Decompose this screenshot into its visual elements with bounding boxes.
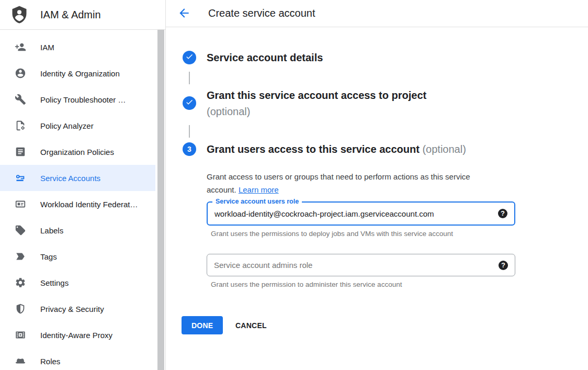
users-role-label: Service account users role bbox=[212, 198, 302, 205]
step-3-description: Grant access to users or groups that nee… bbox=[207, 170, 500, 196]
step-3-optional: (optional) bbox=[422, 143, 466, 155]
admins-role-input[interactable] bbox=[207, 254, 515, 276]
back-arrow-icon bbox=[177, 6, 191, 21]
sidebar-item-workload-identity-federat[interactable]: Workload Identity Federat… bbox=[0, 191, 155, 217]
label-important-icon bbox=[15, 251, 26, 262]
step-1-indicator bbox=[183, 51, 196, 64]
sidebar: IAM & Admin IAM Identity & Organization … bbox=[0, 0, 166, 370]
step-connector bbox=[189, 125, 190, 138]
topbar: Create service account bbox=[166, 0, 588, 27]
sidebar-item-policy-troubleshooter[interactable]: Policy Troubleshooter … bbox=[0, 86, 155, 113]
help-icon[interactable]: ? bbox=[499, 261, 508, 270]
shield-half-icon bbox=[15, 303, 26, 315]
step-2-optional: (optional) bbox=[207, 104, 426, 120]
gear-icon bbox=[15, 277, 26, 288]
done-button[interactable]: DONE bbox=[182, 316, 223, 334]
sidebar-item-labels[interactable]: Labels bbox=[0, 217, 155, 243]
account-circle-icon bbox=[15, 68, 26, 79]
sidebar-nav: IAM Identity & Organization Policy Troub… bbox=[0, 30, 155, 370]
wrench-icon bbox=[15, 94, 26, 105]
admins-role-helper-text: Grant users the permission to administer… bbox=[211, 281, 402, 288]
check-icon bbox=[185, 52, 194, 63]
sidebar-item-roles[interactable]: Roles bbox=[0, 348, 155, 370]
sidebar-item-policy-analyzer[interactable]: Policy Analyzer bbox=[0, 113, 155, 139]
step-1-title[interactable]: Service account details bbox=[207, 51, 323, 64]
sidebar-item-tags[interactable]: Tags bbox=[0, 243, 155, 270]
sidebar-item-iam[interactable]: IAM bbox=[0, 34, 155, 60]
sidebar-item-identity-organization[interactable]: Identity & Organization bbox=[0, 60, 155, 86]
sidebar-item-identity-aware-proxy[interactable]: Identity-Aware Proxy bbox=[0, 322, 155, 348]
help-icon[interactable]: ? bbox=[498, 209, 507, 218]
service-account-users-role-field: Service account users role ? bbox=[207, 201, 515, 226]
step-2-indicator bbox=[183, 96, 196, 110]
users-role-input[interactable] bbox=[208, 203, 514, 225]
article-icon bbox=[15, 146, 26, 158]
service-account-admins-role-field: ? bbox=[207, 254, 515, 276]
proxy-icon bbox=[15, 329, 26, 341]
person-add-icon bbox=[15, 41, 26, 53]
page-title: Create service account bbox=[208, 0, 315, 27]
sidebar-title: IAM & Admin bbox=[40, 0, 101, 29]
users-role-helper-text: Grant users the permissions to deploy jo… bbox=[211, 230, 453, 238]
learn-more-link[interactable]: Learn more bbox=[239, 185, 279, 194]
sidebar-item-service-accounts[interactable]: Service Accounts bbox=[0, 165, 155, 191]
iam-admin-shield-logo-icon bbox=[10, 5, 29, 24]
sidebar-item-privacy-security[interactable]: Privacy & Security bbox=[0, 296, 155, 322]
cancel-button[interactable]: CANCEL bbox=[228, 316, 274, 334]
step-3-title: Grant users access to this service accou… bbox=[207, 143, 466, 156]
label-tag-icon bbox=[15, 225, 26, 236]
check-icon bbox=[185, 98, 194, 108]
main-panel: Create service account 3 Service account… bbox=[166, 0, 588, 370]
sidebar-scrollbar[interactable] bbox=[157, 30, 164, 370]
sidebar-item-organization-policies[interactable]: Organization Policies bbox=[0, 139, 155, 165]
sidebar-item-settings[interactable]: Settings bbox=[0, 270, 155, 296]
id-card-icon bbox=[15, 198, 26, 210]
step-3-number: 3 bbox=[187, 145, 191, 153]
sidebar-header: IAM & Admin bbox=[0, 0, 165, 30]
back-button[interactable] bbox=[177, 6, 191, 21]
step-connector bbox=[189, 72, 190, 84]
service-account-icon bbox=[15, 172, 26, 184]
hat-icon bbox=[15, 355, 26, 367]
step-3-indicator: 3 bbox=[183, 142, 196, 156]
step-2-title[interactable]: Grant this service account access to pro… bbox=[207, 87, 426, 120]
policy-analyzer-icon bbox=[15, 120, 26, 131]
